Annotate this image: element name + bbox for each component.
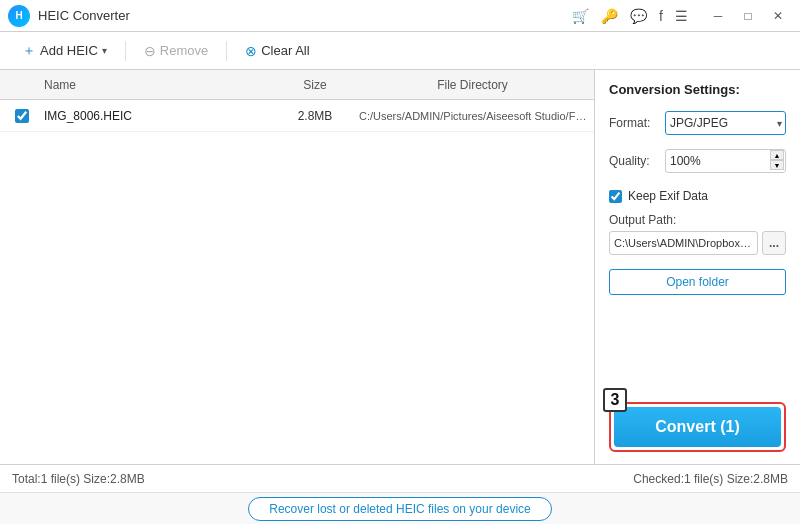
recover-button[interactable]: Recover lost or deleted HEIC files on yo… bbox=[248, 497, 551, 521]
dropdown-arrow-icon: ▾ bbox=[102, 45, 107, 56]
format-setting-row: Format: JPG/JPEG PNG BMP TIFF ▾ bbox=[609, 111, 786, 135]
format-label: Format: bbox=[609, 116, 657, 130]
app-title: HEIC Converter bbox=[38, 8, 572, 23]
app-logo: H bbox=[8, 5, 30, 27]
remove-button[interactable]: ⊖ Remove bbox=[134, 39, 218, 63]
minimize-button[interactable]: ─ bbox=[704, 5, 732, 27]
quality-input-wrapper: ▲ ▼ bbox=[665, 149, 786, 173]
format-select[interactable]: JPG/JPEG PNG BMP TIFF bbox=[665, 111, 786, 135]
key-icon[interactable]: 🔑 bbox=[601, 8, 618, 24]
toolbar-divider bbox=[125, 41, 126, 61]
file-panel: Name Size File Directory IMG_8006.HEIC 2… bbox=[0, 70, 595, 464]
browse-button[interactable]: ... bbox=[762, 231, 786, 255]
output-path-row: ... bbox=[609, 231, 786, 255]
minus-icon: ⊖ bbox=[144, 43, 156, 59]
main-area: Name Size File Directory IMG_8006.HEIC 2… bbox=[0, 70, 800, 464]
close-button[interactable]: ✕ bbox=[764, 5, 792, 27]
table-row[interactable]: IMG_8006.HEIC 2.8MB C:/Users/ADMIN/Pictu… bbox=[0, 100, 594, 132]
remove-label: Remove bbox=[160, 43, 208, 58]
add-heic-label: Add HEIC bbox=[40, 43, 98, 58]
convert-button[interactable]: Convert (1) bbox=[614, 407, 781, 447]
status-right: Checked:1 file(s) Size:2.8MB bbox=[633, 472, 788, 486]
toolbar-divider-2 bbox=[226, 41, 227, 61]
quality-spinner: ▲ ▼ bbox=[770, 150, 784, 170]
step-badge: 3 bbox=[603, 388, 627, 412]
window-controls: ─ □ ✕ bbox=[704, 5, 792, 27]
keep-exif-label: Keep Exif Data bbox=[628, 189, 708, 203]
col-directory: File Directory bbox=[355, 78, 590, 92]
format-select-wrapper: JPG/JPEG PNG BMP TIFF ▾ bbox=[665, 111, 786, 135]
maximize-button[interactable]: □ bbox=[734, 5, 762, 27]
title-bar-icons: 🛒 🔑 💬 f ☰ bbox=[572, 8, 688, 24]
plus-icon: ＋ bbox=[22, 42, 36, 60]
row-checkbox-cell[interactable] bbox=[4, 109, 40, 123]
clear-all-label: Clear All bbox=[261, 43, 309, 58]
open-folder-button[interactable]: Open folder bbox=[609, 269, 786, 295]
keep-exif-checkbox[interactable] bbox=[609, 190, 622, 203]
title-bar: H HEIC Converter 🛒 🔑 💬 f ☰ ─ □ ✕ bbox=[0, 0, 800, 32]
file-list-body: IMG_8006.HEIC 2.8MB C:/Users/ADMIN/Pictu… bbox=[0, 100, 594, 464]
quality-setting-row: Quality: ▲ ▼ bbox=[609, 149, 786, 173]
right-panel: Conversion Settings: Format: JPG/JPEG PN… bbox=[595, 70, 800, 464]
row-directory: C:/Users/ADMIN/Pictures/Aiseesoft Studio… bbox=[355, 110, 590, 122]
menu-icon[interactable]: ☰ bbox=[675, 8, 688, 24]
col-size: Size bbox=[275, 78, 355, 92]
output-path-section: Output Path: ... bbox=[609, 213, 786, 255]
chat-icon[interactable]: 💬 bbox=[630, 8, 647, 24]
row-size: 2.8MB bbox=[275, 109, 355, 123]
facebook-icon[interactable]: f bbox=[659, 8, 663, 24]
quality-spin-down[interactable]: ▼ bbox=[770, 160, 784, 170]
conversion-settings-title: Conversion Settings: bbox=[609, 82, 786, 97]
convert-btn-wrapper: Convert (1) bbox=[609, 402, 786, 452]
col-name: Name bbox=[40, 78, 275, 92]
quality-input[interactable] bbox=[665, 149, 786, 173]
recover-bar: Recover lost or deleted HEIC files on yo… bbox=[0, 492, 800, 524]
output-path-label: Output Path: bbox=[609, 213, 786, 227]
status-bar: Total:1 file(s) Size:2.8MB Checked:1 fil… bbox=[0, 464, 800, 492]
output-path-input[interactable] bbox=[609, 231, 758, 255]
table-header: Name Size File Directory bbox=[0, 70, 594, 100]
row-checkbox[interactable] bbox=[15, 109, 29, 123]
add-heic-button[interactable]: ＋ Add HEIC ▾ bbox=[12, 38, 117, 64]
row-name: IMG_8006.HEIC bbox=[40, 109, 275, 123]
cart-icon[interactable]: 🛒 bbox=[572, 8, 589, 24]
clear-all-button[interactable]: ⊗ Clear All bbox=[235, 39, 319, 63]
clear-icon: ⊗ bbox=[245, 43, 257, 59]
keep-exif-row: Keep Exif Data bbox=[609, 189, 786, 203]
toolbar: ＋ Add HEIC ▾ ⊖ Remove ⊗ Clear All bbox=[0, 32, 800, 70]
quality-spin-up[interactable]: ▲ bbox=[770, 150, 784, 160]
convert-area: 3 Convert (1) bbox=[609, 402, 786, 452]
quality-label: Quality: bbox=[609, 154, 657, 168]
status-left: Total:1 file(s) Size:2.8MB bbox=[12, 472, 633, 486]
